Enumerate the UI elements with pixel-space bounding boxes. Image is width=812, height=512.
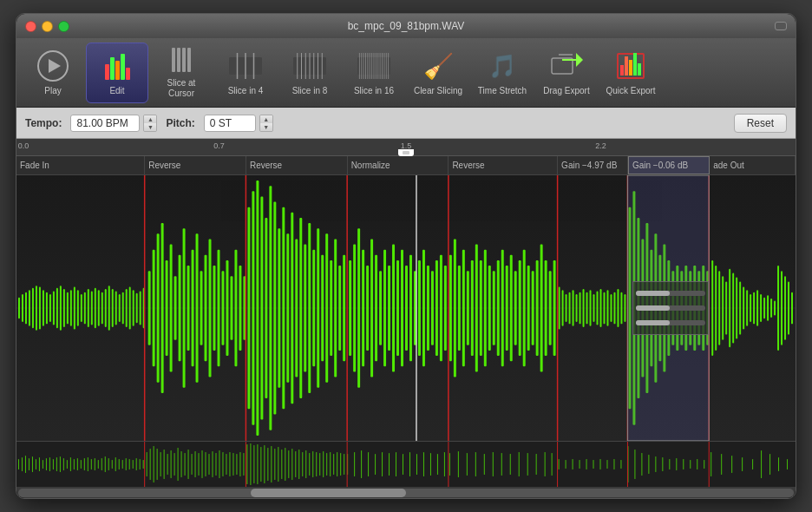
svg-rect-299 — [229, 452, 230, 476]
segment-label-gain1[interactable]: Gain −4.97 dB — [558, 156, 628, 174]
svg-rect-181 — [613, 292, 615, 325]
scrollbar[interactable] — [16, 486, 796, 498]
svg-rect-66 — [129, 287, 131, 330]
svg-rect-242 — [32, 456, 33, 472]
maximize-button[interactable] — [58, 21, 69, 32]
svg-rect-387 — [752, 459, 753, 469]
clear-slicing-button[interactable]: 🧹 Clear Slicing — [407, 43, 469, 103]
segment-label-gain2[interactable]: Gain −0.06 dB — [628, 156, 710, 174]
svg-rect-104 — [291, 213, 293, 404]
segment-label-fadeout[interactable]: ade Out — [710, 156, 796, 174]
svg-rect-295 — [215, 453, 216, 476]
svg-rect-175 — [593, 294, 595, 322]
slice-at-cursor-button[interactable]: Slice at Cursor — [150, 43, 213, 103]
svg-rect-46 — [60, 286, 62, 330]
svg-rect-49 — [70, 290, 72, 326]
tempo-down[interactable]: ▼ — [144, 123, 156, 131]
svg-rect-41 — [43, 290, 44, 326]
pitch-input[interactable] — [204, 115, 256, 132]
segment-label-normalize[interactable]: Normalize — [348, 156, 449, 174]
svg-rect-166 — [562, 290, 564, 326]
svg-rect-282 — [171, 450, 172, 478]
svg-rect-72 — [153, 250, 155, 367]
svg-rect-390 — [778, 457, 779, 471]
svg-rect-219 — [763, 298, 765, 318]
svg-rect-149 — [488, 266, 491, 351]
svg-rect-372 — [634, 450, 635, 479]
svg-rect-358 — [536, 454, 537, 475]
segment-label-fadein[interactable]: Fade In — [16, 156, 145, 174]
svg-rect-249 — [56, 457, 57, 471]
svg-rect-346 — [437, 454, 438, 475]
segment-label-reverse1[interactable]: Reverse — [145, 156, 246, 174]
segment-label-reverse3[interactable]: Reverse — [449, 156, 558, 174]
edit-button[interactable]: Edit — [86, 43, 148, 103]
tempo-up[interactable]: ▲ — [144, 115, 156, 123]
tempo-input[interactable] — [70, 115, 140, 132]
slice-cursor-label: Slice at Cursor — [154, 78, 208, 99]
svg-rect-56 — [95, 288, 96, 329]
svg-rect-119 — [357, 228, 360, 388]
svg-rect-312 — [274, 449, 275, 480]
svg-rect-134 — [422, 250, 425, 367]
time-stretch-label: Time Stretch — [478, 86, 527, 96]
svg-rect-170 — [576, 294, 578, 322]
metronome-icon: 🎵 — [488, 53, 516, 80]
svg-rect-353 — [493, 452, 494, 476]
window-controls[interactable] — [25, 21, 69, 32]
svg-rect-144 — [467, 271, 469, 345]
svg-rect-275 — [147, 452, 147, 476]
svg-rect-381 — [697, 459, 697, 469]
pitch-up[interactable]: ▲ — [260, 115, 272, 123]
slice-in-16-button[interactable]: Slice in 16 — [343, 43, 405, 103]
svg-rect-320 — [302, 452, 303, 476]
svg-rect-338 — [382, 452, 383, 476]
quick-export-button[interactable]: Quick Export — [599, 43, 662, 103]
svg-rect-318 — [295, 451, 296, 477]
svg-rect-365 — [586, 459, 587, 469]
waveform-main[interactable] — [16, 175, 796, 441]
svg-rect-80 — [187, 266, 190, 351]
close-button[interactable] — [25, 21, 36, 32]
reset-button[interactable]: Reset — [734, 114, 787, 133]
svg-rect-283 — [174, 453, 175, 476]
svg-rect-102 — [282, 207, 285, 410]
time-stretch-button[interactable]: 🎵 Time Stretch — [471, 43, 534, 103]
svg-rect-123 — [375, 255, 377, 361]
svg-rect-145 — [471, 260, 474, 356]
svg-rect-287 — [188, 450, 189, 479]
svg-rect-157 — [523, 250, 526, 367]
svg-rect-225 — [784, 276, 786, 339]
time-stretch-icon-area: 🎵 — [483, 49, 521, 83]
svg-rect-334 — [354, 452, 355, 476]
drag-export-button[interactable]: Drag Export — [535, 43, 598, 103]
svg-rect-64 — [122, 292, 124, 325]
svg-rect-34 — [18, 298, 20, 318]
segment-label-reverse2[interactable]: Reverse — [246, 156, 348, 174]
svg-rect-251 — [63, 458, 64, 470]
svg-rect-330 — [337, 452, 337, 476]
svg-rect-115 — [338, 266, 341, 351]
play-button[interactable]: Play — [22, 43, 84, 103]
minimize-button[interactable] — [42, 21, 53, 32]
drag-export-label: Drag Export — [543, 86, 589, 96]
scrollbar-thumb[interactable] — [251, 489, 406, 497]
resize-pill[interactable] — [775, 22, 787, 30]
waveform-overview[interactable] — [16, 441, 796, 486]
tempo-stepper[interactable]: ▲ ▼ — [143, 115, 157, 132]
svg-rect-54 — [88, 289, 89, 327]
svg-rect-173 — [586, 292, 588, 325]
svg-rect-38 — [32, 288, 34, 329]
pitch-stepper[interactable]: ▲ ▼ — [259, 115, 273, 132]
ruler-mark-22: 2.2 — [595, 141, 606, 150]
svg-rect-107 — [304, 245, 306, 372]
scrollbar-track[interactable] — [18, 489, 794, 497]
svg-rect-138 — [440, 255, 442, 361]
svg-rect-243 — [36, 459, 36, 469]
slice-in-4-button[interactable]: Slice in 4 — [214, 43, 277, 103]
svg-rect-240 — [25, 456, 26, 473]
svg-rect-258 — [88, 457, 88, 471]
slice-in-8-button[interactable]: Slice in 8 — [278, 43, 341, 103]
pitch-down[interactable]: ▼ — [260, 123, 272, 131]
svg-rect-50 — [74, 287, 75, 330]
